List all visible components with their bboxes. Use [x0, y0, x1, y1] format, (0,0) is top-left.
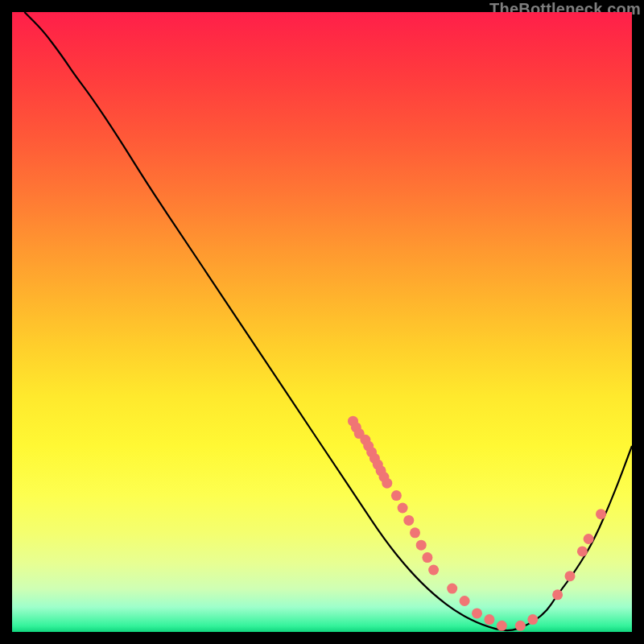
bottleneck-curve [24, 12, 632, 630]
data-dot [552, 589, 563, 600]
chart-svg-overlay [12, 12, 632, 632]
data-dot [596, 509, 606, 519]
chart-stage: TheBottleneck.com [0, 0, 644, 644]
data-dot [515, 621, 526, 631]
data-dot [428, 565, 439, 576]
data-dot [497, 621, 507, 631]
data-dot [416, 540, 427, 551]
data-dot [391, 490, 402, 501]
data-dot [584, 534, 594, 544]
data-dot [527, 614, 538, 625]
data-dot [484, 614, 494, 625]
data-dots [348, 416, 606, 631]
data-dot [472, 608, 482, 618]
data-dot [403, 515, 414, 526]
data-dot [422, 552, 432, 563]
data-dot [577, 546, 588, 556]
data-dot [565, 571, 576, 581]
data-dot [460, 596, 470, 606]
data-dot [398, 503, 408, 514]
data-dot [410, 527, 420, 538]
data-dot [447, 584, 457, 594]
chart-plot [12, 12, 632, 632]
data-dot [382, 478, 392, 489]
